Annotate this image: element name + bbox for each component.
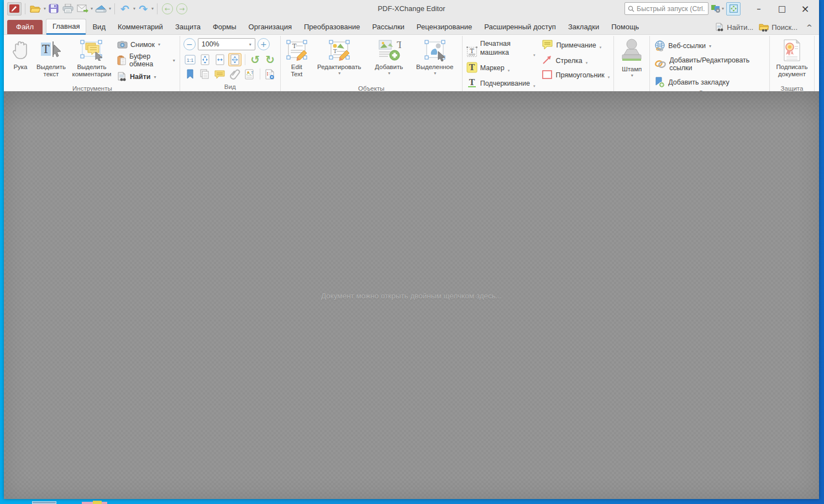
select-text-label: Выделить текст	[36, 64, 66, 78]
scan-button[interactable]	[94, 2, 107, 15]
properties-pane-button[interactable]	[264, 67, 277, 81]
stamp-label: Штамп	[622, 66, 642, 73]
highlight-chevron[interactable]: ▾	[508, 69, 510, 73]
attachments-pane-button[interactable]	[228, 67, 242, 81]
tab-comment[interactable]: Комментарий	[112, 20, 169, 34]
go-forward-button[interactable]: →	[175, 2, 188, 15]
sticky-note-button[interactable]: Примечание ▾	[540, 38, 611, 51]
email-dropdown-chevron[interactable]: ▾	[91, 6, 93, 11]
underline-button[interactable]: T Подчеркивание ▾	[465, 76, 537, 90]
tab-file[interactable]: Файл	[7, 20, 43, 34]
web-links-button[interactable]: Веб-ссылки ▾	[652, 39, 767, 53]
typewriter-button[interactable]: T Печатная машинка ▾	[465, 38, 537, 59]
underline-chevron[interactable]: ▾	[533, 84, 536, 88]
stamp-chevron[interactable]: ▾	[631, 73, 633, 78]
snapshot-chevron[interactable]: ▾	[158, 42, 160, 47]
tab-organize[interactable]: Организация	[243, 20, 298, 34]
open-document-hint[interactable]: Документ можно открыть двойным щелчком з…	[321, 291, 502, 300]
fit-width-button[interactable]	[213, 53, 227, 66]
tab-forms[interactable]: Формы	[207, 20, 243, 34]
arrow-tool-chevron[interactable]: ▾	[586, 61, 588, 65]
rotate-ccw-button[interactable]: ↺	[249, 53, 262, 66]
find-tool-chevron[interactable]: ▾	[154, 75, 156, 80]
edit-objects-button[interactable]: T Редактировать ▾	[311, 37, 368, 85]
ui-options-button[interactable]: ▾	[711, 2, 724, 15]
tab-bookmarks[interactable]: Закладки	[562, 20, 605, 34]
undo-icon: ↶	[120, 3, 129, 15]
tab-protect[interactable]: Защита	[169, 20, 207, 34]
rectangle-tool-icon	[542, 70, 553, 80]
tab-home[interactable]: Главная	[46, 19, 86, 35]
save-button[interactable]	[47, 2, 60, 15]
hand-tool-button[interactable]: Рука	[7, 37, 34, 85]
clipboard-button[interactable]: Буфер обмена ▾	[115, 51, 177, 69]
print-button[interactable]	[61, 2, 75, 15]
zoom-in-button[interactable]: +	[258, 38, 270, 50]
quick-launch-input[interactable]	[637, 5, 705, 13]
rectangle-tool-chevron[interactable]: ▾	[608, 75, 610, 80]
collapse-ribbon-button[interactable]: ^	[803, 23, 816, 32]
app-menu-button[interactable]	[7, 2, 22, 15]
tab-review[interactable]: Рецензирование	[411, 20, 478, 34]
selected-objects-button[interactable]: Выделенное ▾	[410, 37, 460, 85]
open-button[interactable]	[29, 2, 42, 15]
select-comments-button[interactable]: Выделить комментарии	[69, 37, 115, 85]
close-button[interactable]: ×	[794, 2, 817, 16]
tab-share[interactable]: Рассылки	[366, 20, 410, 34]
thumbnails-pane-button[interactable]	[198, 67, 212, 81]
document-area[interactable]: Документ можно открыть двойным щелчком з…	[4, 91, 819, 499]
add-bookmark-button[interactable]: Добавить закладку	[652, 76, 767, 89]
snapshot-button[interactable]: Снимок ▾	[115, 39, 177, 50]
edit-objects-chevron[interactable]: ▾	[338, 71, 340, 76]
tab-convert[interactable]: Преобразование	[298, 20, 366, 34]
tab-accessibility[interactable]: Расширенный доступ	[478, 20, 562, 34]
fullscreen-toggle-button[interactable]	[726, 2, 741, 15]
comments-pane-button[interactable]	[213, 67, 227, 81]
go-back-button[interactable]: ←	[161, 2, 174, 15]
select-text-button[interactable]: T Выделить текст	[34, 37, 69, 85]
minimize-button[interactable]: –	[747, 2, 770, 16]
fit-visible-button[interactable]	[228, 53, 242, 66]
add-edit-links-button[interactable]: Добавить/Редактировать ссылки	[652, 55, 767, 73]
email-button[interactable]	[76, 2, 89, 15]
stamp-button[interactable]: Штамп ▾	[616, 37, 647, 85]
sign-document-button[interactable]: Подписать документ	[772, 37, 812, 85]
find-tool-button[interactable]: Найти ▾	[115, 71, 177, 83]
find-button[interactable]: Найти...	[715, 23, 753, 32]
selected-objects-chevron[interactable]: ▾	[434, 71, 436, 76]
rectangle-tool-button[interactable]: Прямоугольник ▾	[540, 69, 611, 81]
web-links-chevron[interactable]: ▾	[709, 44, 711, 49]
zoom-level-combobox[interactable]: 100% ▾	[198, 38, 255, 50]
actual-size-button[interactable]: 1:1	[183, 53, 197, 66]
taskbar-icon-fragment	[32, 501, 56, 504]
undo-dropdown-chevron[interactable]: ▾	[133, 6, 135, 11]
redo-dropdown-chevron[interactable]: ▾	[151, 6, 154, 11]
open-dropdown-chevron[interactable]: ▾	[44, 6, 46, 11]
ribbon-empty-space	[814, 36, 819, 91]
tab-help[interactable]: Помощь	[605, 20, 645, 34]
typewriter-chevron[interactable]: ▾	[533, 53, 536, 57]
highlight-button[interactable]: T Маркер ▾	[465, 61, 537, 74]
sticky-note-chevron[interactable]: ▾	[600, 45, 602, 50]
bookmarks-pane-button[interactable]	[183, 67, 197, 81]
arrow-tool-button[interactable]: Стрелка ▾	[540, 53, 611, 66]
undo-button[interactable]: ↶	[118, 2, 132, 15]
search-files-button[interactable]: Поиск...	[759, 23, 797, 32]
tab-view[interactable]: Вид	[86, 20, 112, 34]
clipboard-chevron[interactable]: ▾	[173, 58, 175, 63]
ribbon: Рука T Выделить текст Выделить комментар…	[4, 34, 819, 91]
snapshot-label: Снимок	[130, 41, 155, 49]
content-pane-button[interactable]: T	[243, 67, 256, 81]
fit-page-button[interactable]	[198, 53, 212, 66]
add-objects-chevron[interactable]: ▾	[388, 71, 390, 76]
zoom-out-button[interactable]: −	[183, 38, 196, 50]
quick-launch-search[interactable]	[624, 2, 708, 15]
ui-options-chevron[interactable]: ▾	[722, 6, 724, 11]
maximize-button[interactable]: □	[770, 2, 794, 16]
redo-button[interactable]: ↷	[137, 2, 150, 15]
separator	[114, 3, 115, 14]
add-objects-button[interactable]: T Добавить ▾	[368, 37, 410, 85]
scan-dropdown-chevron[interactable]: ▾	[109, 6, 111, 11]
rotate-cw-button[interactable]: ↻	[264, 53, 277, 66]
edit-text-button[interactable]: T Edit Text	[283, 37, 311, 85]
